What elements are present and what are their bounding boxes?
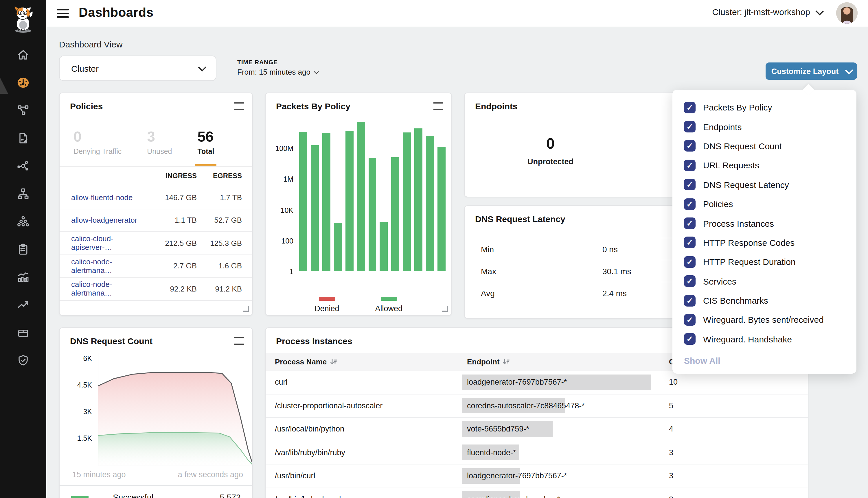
network-graph-icon[interactable] [17,104,29,117]
security-shield-icon[interactable] [17,354,29,367]
col-endpoint[interactable]: Endpoint [462,357,669,366]
checkbox-checked-icon[interactable]: ✓ [684,121,696,132]
tab-value: 0 [74,128,121,145]
col-egress[interactable]: EGRESS [197,172,242,180]
allowed-bar[interactable] [403,132,411,271]
policy-row: calico-node-alertmana…2.7 GB1.6 GB [60,255,252,278]
endpoints-cluster-icon[interactable] [17,215,29,228]
allowed-bar[interactable] [426,136,434,271]
policies-tab-unused[interactable]: 3Unused [145,120,174,166]
menu-item[interactable]: ✓URL Requests [672,156,856,175]
allowed-swatch-icon [381,297,397,301]
checkbox-checked-icon[interactable]: ✓ [684,256,696,268]
checkbox-checked-icon[interactable]: ✓ [684,275,696,287]
menu-item[interactable]: ✓Wireguard. Bytes sent/received [672,310,856,330]
checkbox-checked-icon[interactable]: ✓ [684,102,696,113]
checkbox-checked-icon[interactable]: ✓ [684,198,696,210]
checkbox-checked-icon[interactable]: ✓ [684,140,696,152]
cluster-switcher[interactable]: Cluster: jlt-msft-workshop [712,7,822,17]
card-title: Process Instances [276,336,352,346]
allowed-bar[interactable] [334,223,342,271]
menu-item[interactable]: ✓Services [672,272,856,291]
packets-by-policy-card: Packets By Policy 100M1M10K1001 DeniedAl… [265,93,452,316]
tab-label: Denying Traffic [74,147,121,161]
allowed-bar[interactable] [438,147,445,271]
menu-item[interactable]: ✓Endpoints [672,117,856,136]
checkbox-checked-icon[interactable]: ✓ [684,160,696,171]
menu-item[interactable]: ✓Wireguard. Handshake [672,329,856,349]
legend-label: Denied [314,304,339,313]
checkbox-checked-icon[interactable]: ✓ [684,237,696,248]
home-icon[interactable] [17,49,29,61]
policy-link[interactable]: calico-node-alertmana… [60,258,146,275]
tab-value: 3 [147,128,172,145]
checkbox-checked-icon[interactable]: ✓ [684,218,696,229]
policies-tab-total[interactable]: 56Total [195,120,217,166]
allowed-bar[interactable] [391,157,400,271]
trend-icon[interactable] [17,299,29,311]
policy-link[interactable]: calico-node-alertmana… [60,280,146,298]
allowed-bar[interactable] [368,158,376,271]
checkbox-checked-icon[interactable]: ✓ [684,333,696,345]
process-name: curl [265,378,462,386]
allowed-bar[interactable] [380,222,388,271]
dns-legend-row[interactable]: Successful 5,572 [60,485,252,498]
allowed-bar[interactable] [322,133,331,271]
allowed-bar[interactable] [311,145,319,271]
legend-item-allowed[interactable]: Allowed [375,297,403,313]
menu-item[interactable]: ✓HTTP Response Codes [672,233,856,252]
calico-cat-logo[interactable] [10,5,36,32]
menu-item[interactable]: ✓HTTP Request Duration [672,252,856,272]
packets-legend: DeniedAllowed [265,297,451,313]
service-graph-icon[interactable] [17,160,29,172]
packages-box-icon[interactable] [17,326,29,339]
policy-link[interactable]: calico-cloud-apiserver-… [60,235,146,252]
resize-handle-icon[interactable] [442,306,448,312]
menu-item[interactable]: ✓CIS Benchmarks [672,291,856,310]
x-axis-label-end: a few seconds ago [178,470,243,479]
menu-item[interactable]: ✓DNS Request Count [672,136,856,156]
drag-handle-icon[interactable] [234,337,244,345]
policy-link[interactable]: allow-fluentd-node [60,193,146,202]
legend-item-denied[interactable]: Denied [314,297,339,313]
dashboard-gauge-icon[interactable] [17,76,29,89]
menu-item[interactable]: ✓Process Instances [672,214,856,233]
menu-item[interactable]: ✓Packets By Policy [672,98,856,117]
tab-value: 56 [198,128,215,145]
latency-value: 30.1 ms [603,266,631,276]
drag-handle-icon[interactable] [433,102,443,110]
chevron-down-icon [845,66,853,74]
card-title: DNS Request Latency [475,214,565,224]
checkbox-checked-icon[interactable]: ✓ [684,295,696,306]
tab-label: Total [198,147,215,161]
allowed-bar[interactable] [357,122,365,271]
process-name: /usr/bin/curl [265,472,462,480]
policy-link[interactable]: allow-loadgenerator [60,216,146,225]
policy-edit-icon[interactable] [17,132,29,145]
menu-item[interactable]: ✓Policies [672,194,856,214]
checkbox-checked-icon[interactable]: ✓ [684,314,696,326]
view-select[interactable]: Cluster [59,55,217,81]
resize-handle-icon[interactable] [243,306,249,312]
policy-egress: 52.7 GB [197,216,242,225]
allowed-bar[interactable] [414,128,423,271]
policies-tab-denying-traffic[interactable]: 0Denying Traffic [71,120,124,166]
drag-handle-icon[interactable] [234,102,244,110]
col-process-name[interactable]: Process Name [265,357,462,366]
activity-stats-icon[interactable] [17,271,29,284]
allowed-bar[interactable] [345,131,353,271]
col-ingress[interactable]: INGRESS [146,172,197,180]
latency-value: 0 ns [603,244,618,254]
y-axis-tick: 3K [60,408,92,416]
customize-layout-button[interactable]: Customize Layout [766,63,857,80]
show-all-link[interactable]: Show All [672,349,856,368]
compliance-clipboard-icon[interactable] [17,243,29,255]
allowed-bar[interactable] [299,132,307,271]
time-range-control[interactable]: TIME RANGE From: 15 minutes ago [237,58,318,76]
menu-item[interactable]: ✓DNS Request Latency [672,175,856,194]
card-title: Endpoints [475,101,518,111]
sitemap-icon[interactable] [17,187,29,200]
avatar[interactable] [836,2,858,24]
menu-icon[interactable] [57,9,69,18]
checkbox-checked-icon[interactable]: ✓ [684,179,696,191]
